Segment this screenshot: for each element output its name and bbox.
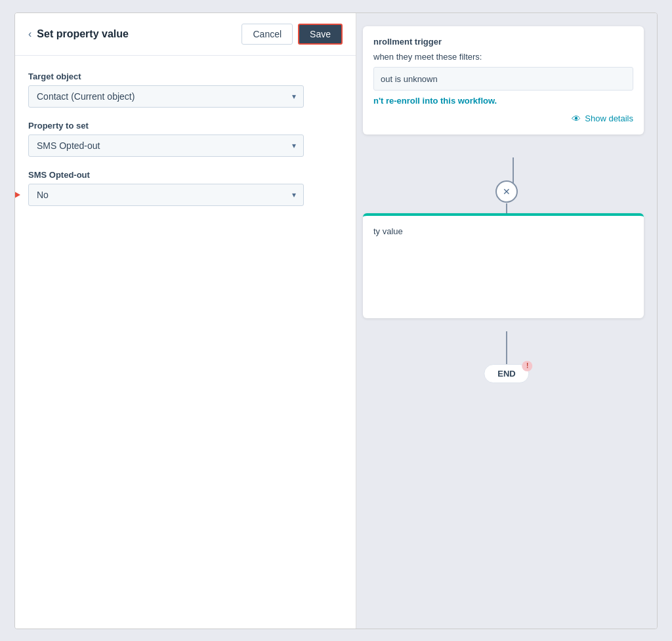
panel-title: Set property value — [37, 28, 129, 40]
show-details-label: Show details — [585, 114, 633, 123]
connector-line-1 — [513, 157, 514, 184]
workflow-canvas: nrollment trigger when they meet these f… — [356, 13, 657, 629]
sms-opted-out-label: SMS Opted-out — [28, 170, 343, 180]
eye-icon: 👁 — [572, 114, 581, 124]
panel-title-group: ‹ Set property value — [28, 28, 129, 40]
end-node: END ! — [484, 364, 529, 383]
reenroll-text: n't re-enroll into this workflow. — [373, 96, 633, 106]
panel-header: ‹ Set property value Cancel Save — [15, 13, 356, 56]
sms-opted-out-select-wrapper: No Yes ▾ — [28, 184, 304, 206]
trigger-title: nrollment trigger — [373, 37, 633, 47]
cancel-button[interactable]: Cancel — [242, 24, 293, 45]
sms-opted-out-group: SMS Opted-out No Yes ▾ — [28, 170, 343, 206]
end-label: END — [497, 369, 515, 379]
back-arrow-icon[interactable]: ‹ — [28, 28, 32, 40]
panel-body: Target object Contact (Current object) ▾… — [15, 56, 356, 629]
enrollment-trigger-card: nrollment trigger when they meet these f… — [363, 26, 644, 134]
property-to-set-label: Property to set — [28, 121, 343, 131]
property-to-set-select[interactable]: SMS Opted-out — [28, 134, 304, 157]
target-object-label: Target object — [28, 72, 343, 81]
reenroll-link[interactable]: n't re-enroll into this workflow. — [373, 96, 497, 106]
filter-heading: when they meet these filters: — [373, 52, 633, 62]
warning-icon: ! — [526, 362, 528, 369]
filter-box-text: out is unknown — [381, 74, 438, 84]
property-value-card: ty value — [363, 213, 644, 318]
warning-badge: ! — [522, 361, 533, 371]
target-object-group: Target object Contact (Current object) ▾ — [28, 72, 343, 108]
filter-box: out is unknown — [373, 67, 633, 91]
header-buttons: Cancel Save — [242, 24, 343, 45]
property-to-set-select-wrapper: SMS Opted-out ▾ — [28, 134, 304, 157]
property-to-set-group: Property to set SMS Opted-out ▾ — [28, 121, 343, 157]
close-x-icon: ✕ — [503, 186, 511, 197]
close-circle-button[interactable]: ✕ — [495, 180, 518, 203]
sms-opted-out-select[interactable]: No Yes — [28, 184, 304, 206]
set-property-panel: ‹ Set property value Cancel Save Target … — [15, 13, 356, 629]
end-node-wrapper: END ! — [484, 364, 529, 383]
save-button[interactable]: Save — [298, 24, 343, 45]
target-object-select-wrapper: Contact (Current object) ▾ — [28, 85, 304, 108]
red-arrow-indicator — [14, 188, 20, 201]
property-value-text: ty value — [373, 226, 633, 236]
show-details-button[interactable]: 👁 Show details — [373, 111, 633, 124]
connector-line-3 — [506, 331, 507, 364]
target-object-select[interactable]: Contact (Current object) — [28, 85, 304, 108]
